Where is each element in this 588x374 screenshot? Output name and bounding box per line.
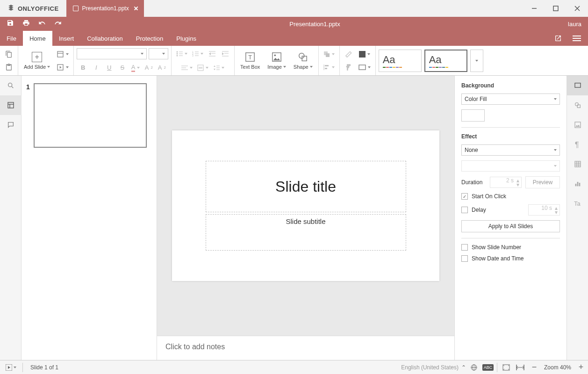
zoom-in-button[interactable]: + (574, 361, 588, 374)
superscript-button[interactable]: A2 (143, 62, 155, 73)
background-color-swatch[interactable] (461, 109, 485, 122)
slide-size-button[interactable] (357, 62, 373, 73)
start-presentation-button[interactable] (4, 361, 18, 374)
fit-width-button[interactable] (513, 361, 527, 374)
svg-rect-47 (325, 68, 327, 69)
print-button[interactable] (22, 19, 30, 29)
menu-insert[interactable]: Insert (52, 31, 81, 46)
shape-settings-tab[interactable] (567, 95, 588, 115)
save-button[interactable] (7, 19, 14, 29)
image-settings-tab[interactable] (567, 115, 588, 135)
arrange-button[interactable] (322, 49, 337, 60)
numbering-button[interactable]: 123 (190, 48, 205, 59)
paragraph-settings-tab[interactable]: ¶ (567, 135, 588, 154)
menu-bar: File Home Insert Collaboration Protectio… (0, 31, 588, 46)
svg-rect-31 (198, 65, 203, 71)
effect-select[interactable]: None (461, 144, 560, 156)
horizontal-align-button[interactable] (179, 62, 194, 73)
show-slide-number-checkbox[interactable]: Show Slide Number (461, 244, 560, 251)
effect-subtype-select[interactable] (461, 160, 560, 172)
image-button[interactable]: Image (265, 50, 289, 72)
view-settings-button[interactable] (569, 32, 584, 45)
svg-rect-1 (553, 6, 558, 11)
tab-close-icon[interactable] (133, 5, 139, 12)
slide-settings-tab[interactable] (567, 76, 588, 95)
menu-plugins[interactable]: Plugins (170, 31, 203, 46)
search-button[interactable] (0, 76, 22, 95)
zoom-out-button[interactable]: − (527, 361, 541, 374)
italic-button[interactable]: I (90, 62, 102, 73)
font-family-select[interactable] (77, 48, 147, 59)
user-name[interactable]: laura (561, 21, 588, 28)
spellcheck-button[interactable]: ABC (481, 361, 495, 374)
text-box-button[interactable]: T Text Box (237, 50, 263, 72)
menu-protection[interactable]: Protection (129, 31, 170, 46)
left-toolbar (0, 76, 22, 360)
set-language-button[interactable] (467, 361, 481, 374)
svg-rect-66 (577, 182, 579, 186)
notes-area[interactable]: Click to add notes (157, 336, 454, 360)
thumb-number: 1 (26, 83, 30, 148)
bullets-button[interactable] (174, 48, 189, 59)
theme-gallery: Aa Aa (376, 46, 588, 75)
menu-file[interactable]: File (0, 31, 23, 46)
theme-item-1[interactable]: Aa (379, 50, 422, 72)
show-date-time-checkbox[interactable]: Show Date and Time (461, 255, 560, 262)
language-caret[interactable]: ⌃ (460, 361, 467, 374)
start-slideshow-button[interactable] (55, 62, 71, 73)
strike-button[interactable]: S (116, 62, 129, 73)
title-placeholder[interactable]: Slide title (206, 161, 406, 212)
copy-style-button[interactable] (343, 62, 355, 73)
language-indicator[interactable]: English (United States) (399, 364, 460, 371)
slides-panel-button[interactable] (0, 95, 22, 115)
chart-settings-tab[interactable] (567, 174, 588, 194)
tab-name: Presentation1.pptx (82, 5, 129, 12)
titlebar: ONLYOFFICE Presentation1.pptx (0, 0, 588, 17)
increase-indent-button[interactable] (219, 48, 231, 59)
document-tab[interactable]: Presentation1.pptx (66, 0, 144, 17)
clear-style-button[interactable] (343, 49, 355, 60)
preview-button[interactable]: Preview (525, 176, 560, 188)
subscript-button[interactable]: A2 (156, 62, 168, 73)
start-on-click-checkbox[interactable]: ✓Start On Click (461, 193, 560, 200)
menu-collaboration[interactable]: Collaboration (80, 31, 129, 46)
undo-button[interactable] (38, 19, 46, 29)
vertical-align-button[interactable] (195, 62, 210, 73)
delay-input[interactable]: 10 s▴▾ (528, 204, 560, 216)
subtitle-placeholder[interactable]: Slide subtitle (206, 214, 406, 251)
slide-thumbnail-1[interactable] (34, 83, 147, 148)
slide-color-button[interactable] (357, 49, 372, 60)
maximize-button[interactable] (545, 0, 566, 17)
decrease-indent-button[interactable] (206, 48, 218, 59)
svg-rect-67 (579, 183, 581, 186)
zoom-level[interactable]: Zoom 40% (541, 364, 574, 371)
shape-button[interactable]: Shape (291, 50, 316, 72)
duration-input[interactable]: 2 s▴▾ (490, 177, 522, 188)
copy-button[interactable] (3, 49, 15, 60)
minimize-button[interactable] (523, 0, 545, 17)
line-spacing-button[interactable] (211, 62, 226, 73)
delay-checkbox[interactable]: Delay (461, 207, 524, 213)
menu-home[interactable]: Home (23, 31, 52, 46)
comments-button[interactable] (0, 115, 22, 135)
slide-canvas[interactable]: Slide title Slide subtitle (172, 130, 439, 281)
align-objects-button[interactable] (322, 62, 337, 73)
svg-point-10 (177, 51, 178, 52)
theme-gallery-more[interactable] (470, 50, 483, 72)
background-fill-select[interactable]: Color Fill (461, 94, 560, 105)
font-color-button[interactable]: A (129, 62, 142, 73)
text-art-settings-tab[interactable]: Ta (567, 194, 588, 213)
font-size-select[interactable] (149, 48, 168, 59)
open-location-button[interactable] (551, 32, 566, 45)
paste-button[interactable] (3, 62, 15, 73)
bold-button[interactable]: B (77, 62, 89, 73)
apply-all-button[interactable]: Apply to All Slides (461, 220, 560, 232)
redo-button[interactable] (54, 19, 62, 29)
close-button[interactable] (566, 0, 588, 17)
table-settings-tab[interactable] (567, 154, 588, 174)
add-slide-button[interactable]: + Add Slide (21, 50, 53, 72)
theme-item-2[interactable]: Aa (424, 50, 467, 72)
fit-slide-button[interactable] (499, 361, 513, 374)
underline-button[interactable]: U (103, 62, 115, 73)
layout-button[interactable] (55, 49, 71, 60)
